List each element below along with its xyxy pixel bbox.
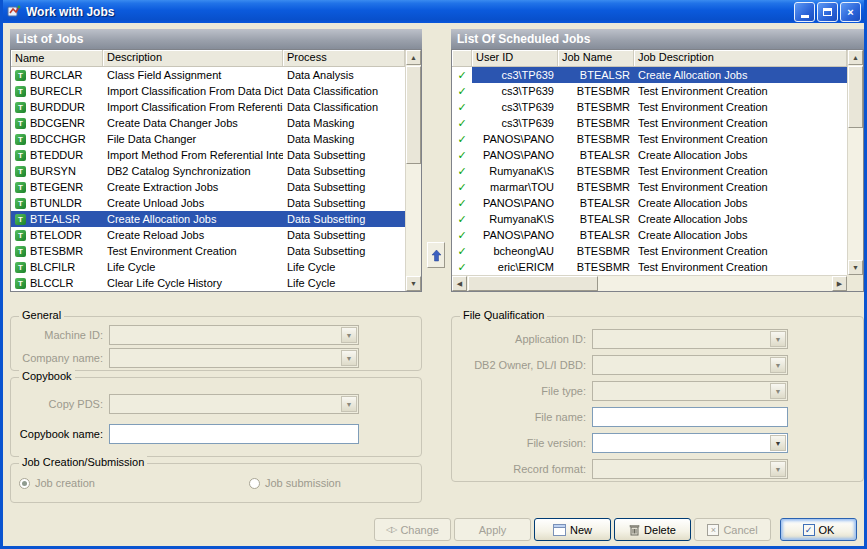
scheduled-vertical-scrollbar[interactable]: ▲ ▼ <box>847 50 863 275</box>
job-row[interactable]: TBURCLARClass Field AssignmentData Analy… <box>11 67 405 83</box>
scheduled-jobs-table-header: User ID Job Name Job Description <box>452 50 863 67</box>
scheduled-job-row[interactable]: ✓cs3\TP639BTESBMRTest Environment Creati… <box>452 99 847 115</box>
file-name-input[interactable] <box>592 407 788 427</box>
job-description: Import Classification From Referential I… <box>103 101 283 113</box>
scheduled-job-row[interactable]: ✓cs3\TP639BTESBMRTest Environment Creati… <box>452 115 847 131</box>
new-button[interactable]: New <box>534 518 611 541</box>
scroll-thumb[interactable] <box>468 276 598 291</box>
scroll-down-icon[interactable]: ▼ <box>406 276 421 291</box>
ok-button[interactable]: ✓ OK <box>780 518 857 541</box>
job-row[interactable]: TBLCFILRLife CycleLife Cycle <box>11 259 405 275</box>
job-process: Data Subsetting <box>283 213 405 225</box>
scheduled-job-name: BTESBMR <box>558 117 634 129</box>
job-type-icon: T <box>15 70 26 81</box>
check-icon: ✓ <box>457 211 466 227</box>
job-name: BTELODR <box>30 229 82 241</box>
jobs-vertical-scrollbar[interactable]: ▲ ▼ <box>405 50 421 291</box>
job-row[interactable]: TBTEGENRCreate Extraction JobsData Subse… <box>11 179 405 195</box>
job-type-icon: T <box>15 102 26 113</box>
scheduled-job-row[interactable]: ✓PANOS\PANOBTESBMRTest Environment Creat… <box>452 131 847 147</box>
scheduled-job-row[interactable]: ✓RumyanaK\SBTEALSRCreate Allocation Jobs <box>452 211 847 227</box>
scheduled-job-row[interactable]: ✓bcheong\AUBTESBMRTest Environment Creat… <box>452 243 847 259</box>
copybook-name-input[interactable] <box>109 424 359 444</box>
job-name: BURSYN <box>30 165 76 177</box>
scroll-thumb[interactable] <box>406 66 421 164</box>
job-row[interactable]: TBDCCHGRFile Data ChangerData Masking <box>11 131 405 147</box>
scheduled-user-id: RumyanaK\S <box>472 165 558 177</box>
job-name: BTUNLDR <box>30 197 82 209</box>
scheduled-job-row[interactable]: ✓cs3\TP639BTEALSRCreate Allocation Jobs <box>452 67 847 83</box>
check-icon: ✓ <box>457 179 466 195</box>
job-type-icon: T <box>15 214 26 225</box>
job-name: BURCLAR <box>30 69 83 81</box>
column-header-job-name[interactable]: Job Name <box>558 50 634 66</box>
scroll-left-icon[interactable]: ◀ <box>452 276 467 291</box>
check-icon: ✓ <box>457 195 466 211</box>
scroll-right-icon[interactable]: ▶ <box>832 276 847 291</box>
minimize-button[interactable] <box>794 2 815 22</box>
scheduled-job-description: Test Environment Creation <box>634 117 847 129</box>
scroll-thumb[interactable] <box>848 66 863 128</box>
job-row[interactable]: TBURSYNDB2 Catalog SynchronizationData S… <box>11 163 405 179</box>
scheduled-job-row[interactable]: ✓RumyanaK\SBTESBMRTest Environment Creat… <box>452 163 847 179</box>
file-version-combo[interactable]: ▼ <box>592 433 788 453</box>
job-process: Data Subsetting <box>283 229 405 241</box>
file-qualification-legend: File Qualification <box>460 309 547 321</box>
scheduled-horizontal-scrollbar[interactable]: ◀ ▶ <box>452 275 847 291</box>
job-type-icon: T <box>15 86 26 97</box>
job-row[interactable]: TBTEDDURImport Method From Referential I… <box>11 147 405 163</box>
scheduled-job-row[interactable]: ✓cs3\TP639BTESBMRTest Environment Creati… <box>452 83 847 99</box>
job-name: BDCGENR <box>30 117 85 129</box>
delete-button[interactable]: Delete <box>614 518 691 541</box>
job-row[interactable]: TBTEALSRCreate Allocation JobsData Subse… <box>11 211 405 227</box>
ok-button-label: OK <box>819 524 835 536</box>
job-description: Import Classification From Data Diction.… <box>103 85 283 97</box>
scheduled-job-row[interactable]: ✓eric\ERICMBTESBMRTest Environment Creat… <box>452 259 847 275</box>
scheduled-job-row[interactable]: ✓PANOS\PANOBTEALSRCreate Allocation Jobs <box>452 147 847 163</box>
ok-check-icon: ✓ <box>803 524 815 536</box>
job-row[interactable]: TBTELODRCreate Reload JobsData Subsettin… <box>11 227 405 243</box>
copybook-group: Copybook Copy PDS: ▼ Copybook name: <box>10 377 422 457</box>
job-row[interactable]: TBLCCLRClear Life Cycle HistoryLife Cycl… <box>11 275 405 291</box>
transfer-arrow-icon <box>431 249 442 262</box>
scheduled-job-description: Test Environment Creation <box>634 133 847 145</box>
schedule-transfer-button[interactable] <box>427 242 445 268</box>
job-row[interactable]: TBDCGENRCreate Data Changer JobsData Mas… <box>11 115 405 131</box>
column-header-status[interactable] <box>452 50 472 66</box>
scheduled-job-name: BTEALSR <box>558 197 634 209</box>
scheduled-job-row[interactable]: ✓PANOS\PANOBTEALSRCreate Allocation Jobs <box>452 195 847 211</box>
scheduled-job-row[interactable]: ✓marmar\TOUBTESBMRTest Environment Creat… <box>452 179 847 195</box>
scheduled-jobs-table: User ID Job Name Job Description ✓cs3\TP… <box>451 49 864 292</box>
close-button[interactable]: × <box>840 2 861 22</box>
scroll-up-icon[interactable]: ▲ <box>406 50 421 65</box>
job-row[interactable]: TBTESBMRTest Environment CreationData Su… <box>11 243 405 259</box>
delete-button-label: Delete <box>644 524 676 536</box>
scroll-up-icon[interactable]: ▲ <box>848 50 863 65</box>
chevron-down-icon: ▼ <box>770 383 786 399</box>
job-row[interactable]: TBURDDURImport Classification From Refer… <box>11 99 405 115</box>
scheduled-job-description: Create Allocation Jobs <box>634 213 847 225</box>
apply-button: Apply <box>454 518 531 541</box>
app-icon <box>6 4 22 20</box>
job-row[interactable]: TBURECLRImport Classification From Data … <box>11 83 405 99</box>
scheduled-job-name: BTESBMR <box>558 165 634 177</box>
column-header-name[interactable]: Name <box>11 50 103 66</box>
column-header-user-id[interactable]: User ID <box>472 50 558 66</box>
column-header-process[interactable]: Process <box>283 50 405 66</box>
job-description: File Data Changer <box>103 133 283 145</box>
record-format-label: Record format: <box>460 463 586 475</box>
job-type-icon: T <box>15 246 26 257</box>
scheduled-job-row[interactable]: ✓PANOS\PANOBTEALSRCreate Allocation Jobs <box>452 227 847 243</box>
titlebar: Work with Jobs × <box>3 0 864 23</box>
column-header-description[interactable]: Description <box>103 50 283 66</box>
column-header-job-description[interactable]: Job Description <box>634 50 847 66</box>
scheduled-job-name: BTESBMR <box>558 261 634 273</box>
job-row[interactable]: TBTUNLDRCreate Unload JobsData Subsettin… <box>11 195 405 211</box>
chevron-down-icon: ▼ <box>341 350 357 366</box>
maximize-button[interactable] <box>817 2 838 22</box>
job-process: Data Classification <box>283 85 405 97</box>
new-button-label: New <box>570 524 592 536</box>
job-creation-radio: Job creation <box>19 477 95 489</box>
scheduled-user-id: marmar\TOU <box>472 181 558 193</box>
scroll-down-icon[interactable]: ▼ <box>848 260 863 275</box>
